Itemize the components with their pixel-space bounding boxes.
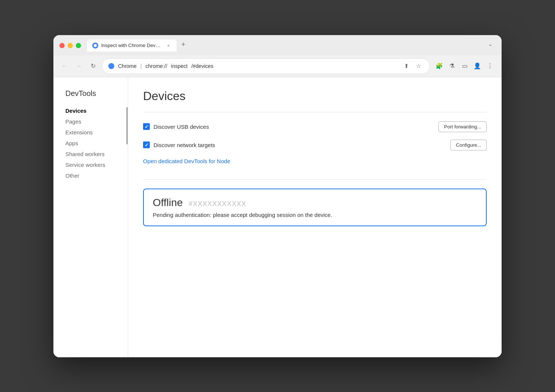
configure-button[interactable]: Configure... [450, 140, 487, 150]
sidebar-heading: DevTools [65, 89, 122, 98]
content-area: DevTools Devices Pages Extensions Apps S… [53, 77, 502, 357]
open-devtools-node-link[interactable]: Open dedicated DevTools for Node [143, 158, 230, 164]
address-field[interactable]: Chrome | chrome://inspect/#devices ⬆ ☆ [102, 58, 430, 74]
share-icon[interactable]: ⬆ [401, 61, 412, 71]
address-url-bold: inspect [171, 63, 187, 69]
traffic-lights [59, 43, 81, 48]
reload-button[interactable]: ↻ [88, 61, 98, 71]
sidebar-item-pages[interactable]: Pages [65, 116, 122, 127]
address-separator: | [140, 63, 142, 69]
sidebar-icon[interactable]: ▭ [459, 60, 470, 72]
toolbar-icons: 🧩 ⚗ ▭ 👤 ⋮ [434, 60, 496, 72]
discover-network-label: Discover network targets [154, 142, 215, 148]
address-bar-row: ← → ↻ Chrome | chrome://inspect/#devices… [53, 55, 502, 77]
tab-favicon-icon [92, 43, 98, 49]
tabs-row: Inspect with Chrome Develope × + ⌄ [87, 40, 496, 52]
close-button[interactable] [59, 43, 65, 48]
address-favicon-icon [108, 63, 114, 69]
sidebar-item-service-workers[interactable]: Service workers [65, 159, 122, 170]
section-divider [143, 179, 487, 180]
tab-close-button[interactable]: × [165, 43, 171, 49]
address-site-label: Chrome [118, 63, 137, 69]
discover-network-checkbox[interactable]: ✓ [143, 141, 150, 148]
back-button[interactable]: ← [59, 61, 70, 71]
port-forwarding-button[interactable]: Port forwarding... [438, 121, 487, 132]
browser-window: Inspect with Chrome Develope × + ⌄ ← → ↻… [53, 35, 502, 357]
device-message: Pending authentication: please accept de… [153, 212, 477, 218]
sidebar-item-extensions[interactable]: Extensions [65, 127, 122, 138]
discover-usb-row: ✓ Discover USB devices Port forwarding..… [143, 121, 487, 132]
address-url-hash: /#devices [191, 63, 213, 69]
device-card: Offline #XXXXXXXXXXX Pending authenticat… [143, 189, 487, 226]
tab-title: Inspect with Chrome Develope [101, 43, 162, 48]
title-divider [143, 112, 487, 112]
sidebar-scrollbar [126, 107, 128, 144]
menu-icon[interactable]: ⋮ [484, 60, 496, 72]
device-status: Offline [153, 197, 183, 209]
address-url-normal: chrome:// [145, 63, 167, 69]
minimize-button[interactable] [68, 43, 73, 48]
discover-network-checkbox-wrapper: ✓ Discover network targets [143, 141, 444, 148]
tab-end-controls: ⌄ [485, 40, 496, 52]
discover-usb-checkbox-wrapper: ✓ Discover USB devices [143, 123, 432, 130]
profile-icon[interactable]: 👤 [472, 60, 483, 72]
forward-button[interactable]: → [74, 61, 84, 71]
device-card-header: Offline #XXXXXXXXXXX [153, 197, 477, 209]
checkbox-checkmark-network: ✓ [145, 143, 149, 147]
discover-usb-label: Discover USB devices [154, 124, 209, 130]
checkbox-checkmark: ✓ [145, 124, 149, 129]
page-title: Devices [143, 89, 487, 103]
sidebar-item-shared-workers[interactable]: Shared workers [65, 149, 122, 159]
bookmark-icon[interactable]: ☆ [413, 61, 424, 71]
extensions-icon[interactable]: 🧩 [434, 60, 445, 72]
active-tab[interactable]: Inspect with Chrome Develope × [87, 40, 177, 52]
sidebar-item-devices[interactable]: Devices [65, 105, 122, 116]
tab-overflow-button[interactable]: ⌄ [485, 40, 496, 49]
new-tab-button[interactable]: + [178, 40, 189, 50]
device-id: #XXXXXXXXXXX [189, 200, 246, 208]
discover-usb-checkbox[interactable]: ✓ [143, 123, 150, 130]
svg-point-0 [94, 44, 97, 47]
sidebar-item-other[interactable]: Other [65, 170, 122, 181]
sidebar: DevTools Devices Pages Extensions Apps S… [53, 77, 128, 357]
main-content: Devices ✓ Discover USB devices Port forw… [128, 77, 502, 357]
discover-network-row: ✓ Discover network targets Configure... [143, 140, 487, 150]
labs-icon[interactable]: ⚗ [446, 60, 458, 72]
title-bar: Inspect with Chrome Develope × + ⌄ [53, 35, 502, 55]
sidebar-item-apps[interactable]: Apps [65, 138, 122, 149]
maximize-button[interactable] [76, 43, 81, 48]
address-icons: ⬆ ☆ [401, 61, 424, 71]
